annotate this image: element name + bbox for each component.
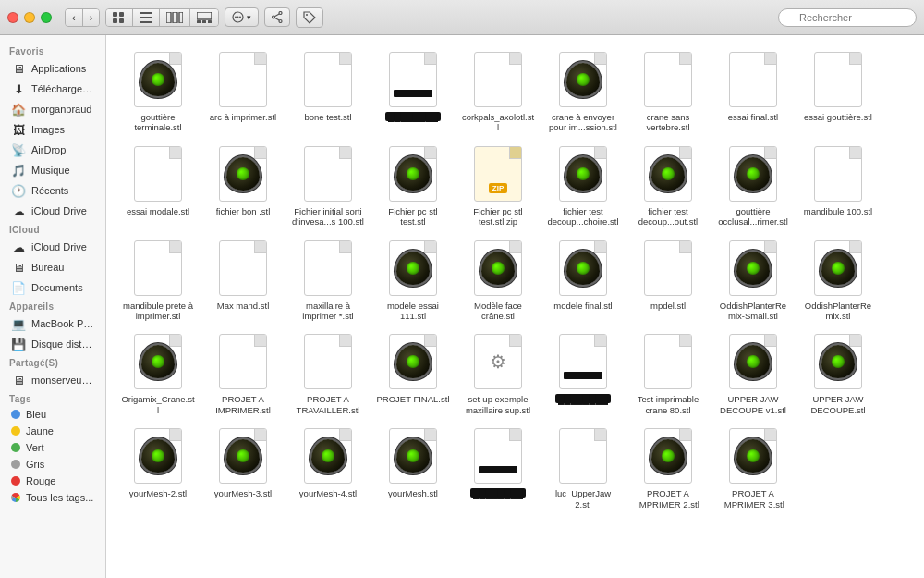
file-item[interactable]: PROJET A TRAVAILLER.stl: [287, 328, 369, 419]
file-item[interactable]: yourMesh-3.stl: [202, 423, 284, 513]
sidebar-item-morganpraud[interactable]: 🏠morganpraud: [4, 99, 102, 119]
file-label-34: Test imprimable crane 80.stl: [631, 394, 705, 415]
sidebar-item-tag-gris[interactable]: Gris: [4, 456, 102, 473]
file-item[interactable]: yourMesh-4.stl: [287, 423, 369, 513]
back-button[interactable]: ‹: [66, 9, 83, 26]
list-view-button[interactable]: [133, 9, 160, 26]
column-view-button[interactable]: [160, 9, 190, 26]
tag-dot-tag-tous: [11, 493, 20, 502]
file-item[interactable]: Test imprimable crane 80.stl: [627, 328, 709, 419]
file-item[interactable]: gouttière terminale.stl: [117, 46, 199, 137]
file-item[interactable]: fichier test decoup...choire.stl: [542, 141, 624, 231]
sidebar-item-documents[interactable]: 📄Documents: [4, 277, 102, 298]
file-item[interactable]: maxillaire à imprimer *.stl: [287, 235, 369, 326]
file-icon-44: [723, 426, 783, 486]
icon-view-button[interactable]: [106, 9, 133, 26]
action-button[interactable]: ▾: [225, 7, 259, 27]
file-icon-32: ⚙: [468, 332, 528, 391]
sidebar-item-applications[interactable]: 🖥Applications: [4, 58, 102, 79]
file-item[interactable]: crane sans vertebre.stl: [627, 46, 709, 137]
sidebar-item-tag-rouge[interactable]: Rouge: [4, 473, 102, 489]
gallery-view-button[interactable]: [190, 9, 218, 26]
tag-dot-tag-gris: [11, 460, 20, 469]
file-item[interactable]: Fichier initial sorti d'invesa...s 100.s…: [287, 141, 369, 231]
sidebar-item-icloud-drive[interactable]: ☁iCloud Drive: [4, 201, 102, 221]
svg-rect-13: [208, 20, 212, 23]
file-item[interactable]: OddishPlanterRemix-Small.stl: [712, 235, 794, 326]
sidebar-item-monserveur[interactable]: 🖥monserveurdIna: [4, 370, 102, 390]
file-item[interactable]: corkpals_axolotl.stl: [457, 46, 539, 137]
file-item[interactable]: UPPER JAW DECOUPE.stl: [797, 328, 879, 419]
file-item[interactable]: yourMesh-2.stl: [117, 423, 199, 513]
minimize-button[interactable]: [24, 12, 35, 23]
file-item[interactable]: PROJET A IMPRIMER 3.stl: [712, 423, 794, 513]
file-item[interactable]: PROJET FINAL.stl: [372, 328, 454, 419]
traffic-lights: [7, 12, 52, 23]
file-icon-1: [128, 50, 188, 109]
file-label-16: fichier test decoup...out.stl: [631, 206, 705, 228]
file-item[interactable]: yourMesh.stl: [372, 423, 454, 513]
file-icon-22: [383, 239, 443, 298]
file-item[interactable]: Origamix_Crane.stl: [117, 328, 199, 419]
file-item[interactable]: Fichier pc stl test.stl: [372, 141, 454, 231]
sidebar-item-tag-tous[interactable]: Tous les tags...: [4, 489, 102, 506]
forward-button[interactable]: ›: [83, 9, 100, 26]
file-icon-9: [808, 50, 868, 109]
svg-point-16: [237, 17, 239, 18]
share-button[interactable]: [264, 7, 290, 27]
sidebar-item-musique[interactable]: 🎵Musique: [4, 160, 102, 180]
file-item[interactable]: PROJET A IMPRIMER 2.stl: [627, 423, 709, 513]
close-button[interactable]: [7, 12, 18, 23]
file-item[interactable]: ████████: [372, 46, 454, 137]
search-input[interactable]: [778, 8, 917, 27]
file-item[interactable]: Max mand.stl: [202, 235, 284, 326]
file-label-17: gouttière occlusal...rimer.stl: [716, 206, 790, 228]
file-item[interactable]: UPPER JAW DECOUPE v1.stl: [712, 328, 794, 419]
file-item[interactable]: fichier bon .stl: [202, 141, 284, 231]
file-item[interactable]: PROJET A IMPRIMER.stl: [202, 328, 284, 419]
file-item[interactable]: OddishPlanterRemix.stl: [797, 235, 879, 326]
sidebar-item-icloud-drive2[interactable]: ☁iCloud Drive: [4, 237, 102, 257]
file-item[interactable]: mandibule prete à imprimer.stl: [117, 235, 199, 326]
file-item[interactable]: ████████: [457, 423, 539, 513]
sidebar-item-airdrop[interactable]: 📡AirDrop: [4, 140, 102, 160]
file-item[interactable]: fichier test decoup...out.stl: [627, 141, 709, 231]
file-icon-8: [723, 50, 783, 109]
sidebar-item-telechargements[interactable]: ⬇Téléchargements: [4, 79, 102, 99]
titlebar: ‹ › ▾ 🔍: [0, 0, 924, 35]
file-item[interactable]: modele final.stl: [542, 235, 624, 326]
file-item[interactable]: gouttière occlusal...rimer.stl: [712, 141, 794, 231]
sidebar-item-macbook[interactable]: 💻MacBook Pro d...: [4, 314, 102, 334]
sidebar-item-recents[interactable]: 🕐Récents: [4, 180, 102, 201]
file-item[interactable]: Modèle face crâne.stl: [457, 235, 539, 326]
maximize-button[interactable]: [41, 12, 52, 23]
svg-rect-3: [119, 18, 124, 23]
file-item[interactable]: mandibule 100.stl: [797, 141, 879, 231]
file-item[interactable]: luc_UpperJaw 2.stl: [542, 423, 624, 513]
sidebar-item-images[interactable]: 🖼Images: [4, 119, 102, 140]
sidebar-item-disque[interactable]: 💾Disque distant: [4, 334, 102, 354]
file-label-9: essai gouttière.stl: [804, 112, 872, 122]
file-item[interactable]: bone test.stl: [287, 46, 369, 137]
sidebar-label-applications: Applications: [31, 63, 86, 74]
file-item[interactable]: mpdel.stl: [627, 235, 709, 326]
sidebar-item-tag-bleu[interactable]: Bleu: [4, 406, 102, 423]
file-item[interactable]: essai modale.stl: [117, 141, 199, 231]
svg-line-22: [275, 18, 280, 20]
file-icon-4: [383, 50, 443, 109]
sidebar-section-partagé(s): Partagé(s): [0, 354, 105, 370]
sidebar-item-bureau[interactable]: 🖥Bureau: [4, 257, 102, 277]
file-item[interactable]: essai gouttière.stl: [797, 46, 879, 137]
sidebar-item-tag-jaune[interactable]: Jaune: [4, 423, 102, 439]
file-label-12: Fichier initial sorti d'invesa...s 100.s…: [291, 206, 365, 228]
file-item[interactable]: essai final.stl: [712, 46, 794, 137]
file-item[interactable]: crane à envoyer pour im...ssion.stl: [542, 46, 624, 137]
file-item[interactable]: modele essai 111.stl: [372, 235, 454, 326]
tag-button[interactable]: [296, 7, 323, 28]
sidebar-label-tag-tous: Tous les tags...: [26, 492, 93, 503]
file-item[interactable]: arc à imprimer.stl: [202, 46, 284, 137]
file-item[interactable]: ZIPFichier pc stl test.stl.zip: [457, 141, 539, 231]
file-item[interactable]: ████████: [542, 328, 624, 419]
file-item[interactable]: ⚙set-up exemple maxillaire sup.stl: [457, 328, 539, 419]
sidebar-item-tag-vert[interactable]: Vert: [4, 439, 102, 456]
